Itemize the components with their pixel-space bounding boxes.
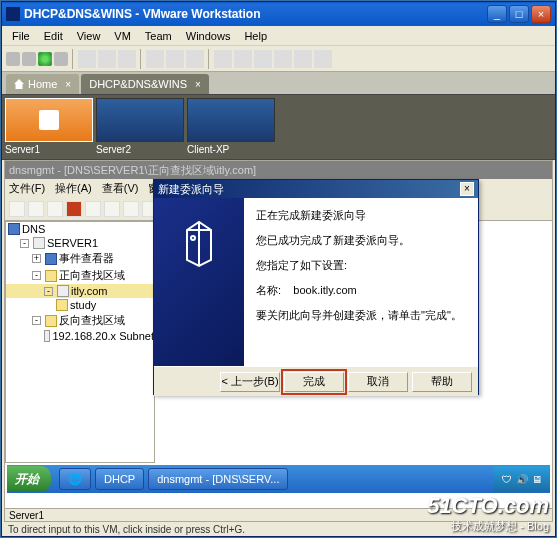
watermark: 51CTO.com 技术成就梦想 - Blog xyxy=(427,493,549,534)
fullscreen-icon[interactable] xyxy=(166,50,184,68)
wizard-button-row: < 上一步(B) 完成 取消 帮助 xyxy=(154,366,478,396)
show-console-icon[interactable] xyxy=(146,50,164,68)
finish-button[interactable]: 完成 xyxy=(284,372,344,392)
tree-forward-zones[interactable]: - 正向查找区域 xyxy=(6,267,154,284)
tree-zone-itly[interactable]: - itly.com xyxy=(6,284,154,298)
export-icon[interactable] xyxy=(123,201,139,217)
minimize-button[interactable]: _ xyxy=(487,5,507,23)
taskbar-item-dnsmgmt[interactable]: dnsmgmt - [DNS\SERV... xyxy=(148,468,288,490)
window-title: DHCP&DNS&WINS - VMware Workstation xyxy=(24,7,487,21)
vmware-main-window: DHCP&DNS&WINS - VMware Workstation _ □ ×… xyxy=(1,1,556,537)
menu-file[interactable]: File xyxy=(6,28,36,44)
taskbar-item-ie[interactable]: 🌐 xyxy=(59,468,91,490)
menu-vm[interactable]: VM xyxy=(108,28,137,44)
start-button[interactable]: 开始 xyxy=(7,466,51,492)
menu-edit[interactable]: Edit xyxy=(38,28,69,44)
properties-icon[interactable] xyxy=(85,201,101,217)
zone-icon xyxy=(44,330,50,342)
mmc-menu-action[interactable]: 操作(A) xyxy=(55,181,92,196)
tray-icon[interactable]: 🖥 xyxy=(532,474,542,485)
pane-5-icon[interactable] xyxy=(314,50,332,68)
power-off-icon[interactable] xyxy=(6,52,20,66)
pane-4-icon[interactable] xyxy=(294,50,312,68)
tab-home[interactable]: Home × xyxy=(6,74,79,94)
guest-taskbar: 开始 🌐 DHCP dnsmgmt - [DNS\SERV... 🛡 🔊 🖥 xyxy=(7,465,550,493)
pane-1-icon[interactable] xyxy=(234,50,252,68)
tab-close-icon[interactable]: × xyxy=(195,79,201,90)
menu-help[interactable]: Help xyxy=(238,28,273,44)
mmc-menu-file[interactable]: 文件(F) xyxy=(9,181,45,196)
expand-icon[interactable]: + xyxy=(32,254,41,263)
vmware-icon xyxy=(6,7,20,21)
wizard-titlebar: 新建委派向导 × xyxy=(154,180,478,198)
power-on-icon[interactable] xyxy=(38,52,52,66)
collapse-icon[interactable]: - xyxy=(44,287,53,296)
vm-preview xyxy=(96,98,184,142)
collapse-icon[interactable]: - xyxy=(32,271,41,280)
back-button[interactable]: < 上一步(B) xyxy=(220,372,280,392)
tree-dns-root[interactable]: DNS xyxy=(6,222,154,236)
vm-thumbnail-grid: Server1 Server2 Client-XP xyxy=(2,94,555,160)
system-tray[interactable]: 🛡 🔊 🖥 xyxy=(494,466,550,492)
tab-bar: Home × DHCP&DNS&WINS × xyxy=(2,72,555,94)
pane-3-icon[interactable] xyxy=(274,50,292,68)
revert-icon[interactable] xyxy=(98,50,116,68)
folder-icon xyxy=(56,299,68,311)
summary-icon[interactable] xyxy=(214,50,232,68)
collapse-icon[interactable]: - xyxy=(32,316,41,325)
vm-thumb-server2[interactable]: Server2 xyxy=(96,98,184,158)
suspend-icon[interactable] xyxy=(22,52,36,66)
book-icon xyxy=(45,253,57,265)
folder-icon xyxy=(45,270,57,282)
wizard-content: 正在完成新建委派向导 您已成功完成了新建委派向导。 您指定了如下设置: 名称: … xyxy=(244,198,478,366)
delete-icon[interactable] xyxy=(66,201,82,217)
tree-event-viewer[interactable]: + 事件查看器 xyxy=(6,250,154,267)
tree-server[interactable]: - SERVER1 xyxy=(6,236,154,250)
menu-view[interactable]: View xyxy=(71,28,107,44)
refresh-icon[interactable] xyxy=(104,201,120,217)
mmc-menu-view[interactable]: 查看(V) xyxy=(102,181,139,196)
menubar: File Edit View VM Team Windows Help xyxy=(2,26,555,46)
tab-dhcpdnswins[interactable]: DHCP&DNS&WINS × xyxy=(81,74,209,94)
maximize-button[interactable]: □ xyxy=(509,5,529,23)
reset-icon[interactable] xyxy=(54,52,68,66)
zone-icon xyxy=(57,285,69,297)
menu-team[interactable]: Team xyxy=(139,28,178,44)
mmc-titlebar: dnsmgmt - [DNS\SERVER1\正向查找区域\itly.com] xyxy=(5,161,552,179)
dns-root-icon xyxy=(8,223,20,235)
tree-study[interactable]: study xyxy=(6,298,154,312)
wizard-server-icon xyxy=(179,218,219,268)
guest-vm-screen: dnsmgmt - [DNS\SERVER1\正向查找区域\itly.com] … xyxy=(4,160,553,522)
vm-thumb-clientxp[interactable]: Client-XP xyxy=(187,98,275,158)
unity-icon[interactable] xyxy=(186,50,204,68)
tray-icon[interactable]: 🛡 xyxy=(502,474,512,485)
tray-icon[interactable]: 🔊 xyxy=(516,474,528,485)
home-icon xyxy=(14,79,24,89)
vm-preview xyxy=(187,98,275,142)
menu-windows[interactable]: Windows xyxy=(180,28,237,44)
collapse-icon[interactable]: - xyxy=(20,239,29,248)
snapshot-icon[interactable] xyxy=(78,50,96,68)
close-button[interactable]: × xyxy=(531,5,551,23)
cancel-button[interactable]: 取消 xyxy=(348,372,408,392)
titlebar: DHCP&DNS&WINS - VMware Workstation _ □ × xyxy=(2,2,555,26)
tree-subnet[interactable]: 192.168.20.x Subnet xyxy=(6,329,154,343)
server-icon xyxy=(33,237,45,249)
help-button[interactable]: 帮助 xyxy=(412,372,472,392)
back-icon[interactable] xyxy=(9,201,25,217)
main-toolbar xyxy=(2,46,555,72)
folder-icon xyxy=(45,315,57,327)
taskbar-item-dhcp[interactable]: DHCP xyxy=(95,468,144,490)
dns-tree: DNS - SERVER1 + 事件查看器 - 正向查找区域 xyxy=(5,221,155,463)
wizard-close-button[interactable]: × xyxy=(460,182,474,196)
tree-reverse-zones[interactable]: - 反向查找区域 xyxy=(6,312,154,329)
vm-thumb-server1[interactable]: Server1 xyxy=(5,98,93,158)
wizard-sidebar xyxy=(154,198,244,366)
manage-snapshots-icon[interactable] xyxy=(118,50,136,68)
vm-preview xyxy=(5,98,93,142)
new-delegation-wizard: 新建委派向导 × 正在完成新建委派向导 您已成功完成了新建委派向导。 您指定了如… xyxy=(153,179,479,395)
pane-2-icon[interactable] xyxy=(254,50,272,68)
up-icon[interactable] xyxy=(47,201,63,217)
tab-close-icon[interactable]: × xyxy=(65,79,71,90)
forward-icon[interactable] xyxy=(28,201,44,217)
